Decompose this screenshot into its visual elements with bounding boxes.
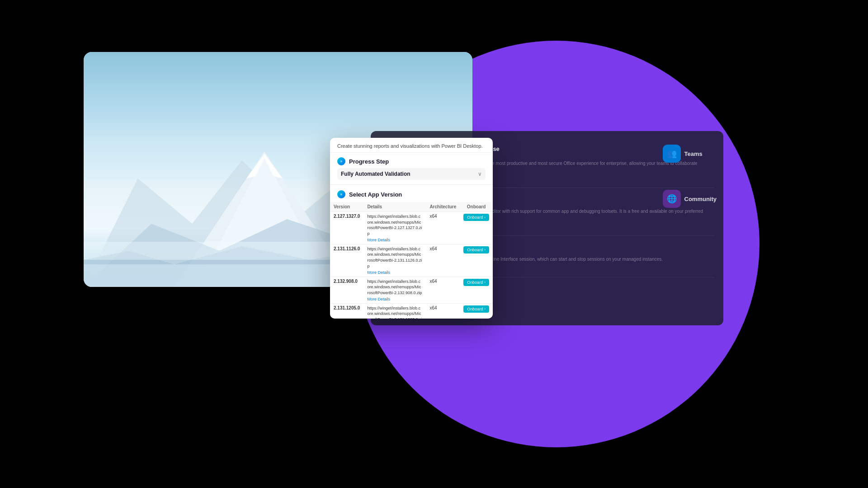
more-details-link[interactable]: More Details	[367, 270, 422, 275]
fully-automated-text: Fully Automated Validation	[341, 171, 410, 177]
community-label: Community	[684, 196, 717, 202]
progress-title: Progress Step	[349, 158, 389, 165]
table-row: 2.131.1205.0 https://winget/installers.b…	[330, 303, 493, 319]
onboard-button[interactable]: Onboard ›	[463, 214, 489, 221]
details-cell: https://winget/installers.blob.core.wind…	[363, 303, 426, 319]
onboard-button[interactable]: Onboard ›	[463, 305, 489, 313]
onboard-arrow-icon: ›	[484, 216, 486, 220]
table-row: 2.132.908.0 https://winget/installers.bl…	[330, 277, 493, 303]
community-item: 🌐 Community	[663, 190, 717, 208]
th-onboard: Onboard	[460, 202, 493, 212]
onboard-arrow-icon: ›	[484, 280, 486, 284]
th-version: Version	[330, 202, 363, 212]
version-cell: 2.127.1327.0	[330, 212, 363, 244]
version-table: Version Details Architecture Onboard 2.1…	[330, 202, 493, 319]
onboard-arrow-icon: ›	[484, 248, 486, 252]
more-details-link[interactable]: More Details	[367, 238, 422, 242]
version-cell: 2.131.1205.0	[330, 303, 363, 319]
arch-cell: x64	[426, 277, 460, 303]
select-app-version-section: ≡ Select App Version Version Details Arc…	[330, 185, 493, 319]
more-details-link[interactable]: More Details	[367, 297, 422, 301]
progress-header: ≡ Progress Step	[337, 157, 486, 165]
details-cell: https://winget/installers.blob.core.wind…	[363, 277, 426, 303]
select-title: Select App Version	[349, 191, 402, 198]
onboard-cell: Onboard ›	[460, 277, 493, 303]
progress-section: ≡ Progress Step Fully Automated Validati…	[330, 153, 493, 185]
select-icon: ≡	[337, 190, 345, 198]
details-url: https://winget/installers.blob.core.wind…	[367, 279, 422, 295]
table-header-row: Version Details Architecture Onboard	[330, 202, 493, 212]
fully-automated-row[interactable]: Fully Automated Validation ∨	[337, 168, 486, 180]
teams-item: 👥 Teams	[663, 145, 717, 163]
arch-cell: x64	[426, 244, 460, 277]
version-cell: 2.132.908.0	[330, 277, 363, 303]
onboard-button[interactable]: Onboard ›	[463, 246, 489, 253]
onboard-button[interactable]: Onboard ›	[463, 279, 489, 286]
details-cell: https://winget/installers.blob.core.wind…	[363, 244, 426, 277]
version-cell: 2.131.1126.0	[330, 244, 363, 277]
table-row: 2.131.1126.0 https://winget/installers.b…	[330, 244, 493, 277]
main-modal: Create stunning reports and visualizatio…	[330, 138, 493, 319]
th-architecture: Architecture	[426, 202, 460, 212]
details-url: https://winget/installers.blob.core.wind…	[367, 247, 422, 268]
onboard-cell: Onboard ›	[460, 212, 493, 244]
onboard-cell: Onboard ›	[460, 303, 493, 319]
community-icon: 🌐	[663, 190, 681, 208]
progress-icon: ≡	[337, 157, 345, 165]
th-details: Details	[363, 202, 426, 212]
chevron-down-icon: ∨	[478, 171, 482, 177]
select-header: ≡ Select App Version	[330, 188, 493, 202]
details-url: https://winget/installers.blob.core.wind…	[367, 214, 422, 236]
onboard-arrow-icon: ›	[484, 307, 486, 311]
teams-icon: 👥	[663, 145, 681, 163]
arch-cell: x64	[426, 303, 460, 319]
onboard-cell: Onboard ›	[460, 244, 493, 277]
arch-cell: x64	[426, 212, 460, 244]
details-url: https://winget/installers.blob.core.wind…	[367, 306, 422, 319]
details-cell: https://winget/installers.blob.core.wind…	[363, 212, 426, 244]
right-icons-panel: 👥 Teams 🌐 Community	[663, 145, 717, 208]
teams-label: Teams	[684, 150, 703, 157]
table-row: 2.127.1327.0 https://winget/installers.b…	[330, 212, 493, 244]
modal-top-text: Create stunning reports and visualizatio…	[330, 138, 493, 153]
